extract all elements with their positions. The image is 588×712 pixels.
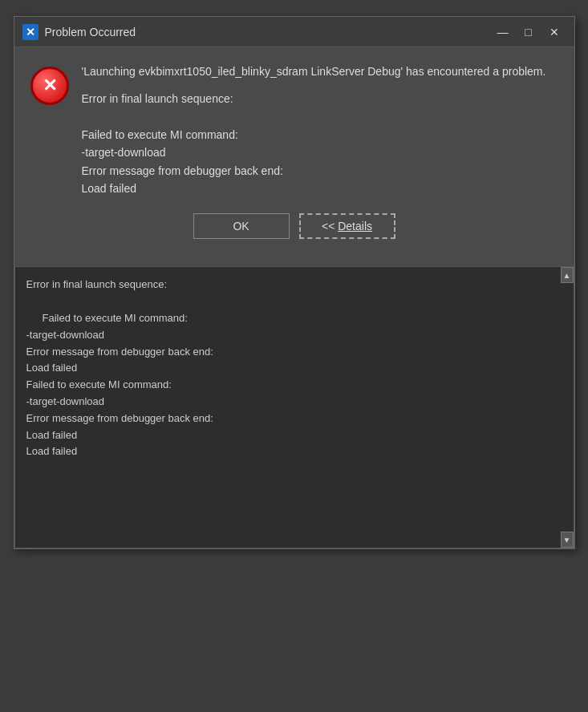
ok-button[interactable]: OK (193, 213, 290, 239)
details-line-2 (26, 293, 562, 310)
message-area: 'Launching evkbimxrt1050_iled_blinky_sdr… (30, 63, 558, 197)
error-detail-4: Load failed (82, 182, 137, 195)
details-line-8: -target-download (26, 394, 562, 411)
error-detail: Error in final launch sequence: Failed t… (82, 90, 558, 197)
details-line-11: Load failed (26, 443, 562, 460)
details-label: Details (338, 220, 372, 233)
details-line-9: Error message from debugger back end: (26, 411, 562, 427)
dialog-window: ✕ Problem Occurred — □ ✕ 'Launching evkb… (14, 16, 575, 549)
svg-text:✕: ✕ (26, 26, 35, 38)
error-icon-circle (30, 67, 69, 105)
details-line-3: Failed to execute MI command: (26, 310, 562, 327)
window-controls: — □ ✕ (491, 22, 566, 42)
title-bar: ✕ Problem Occurred — □ ✕ (14, 17, 574, 47)
dialog-body: 'Launching evkbimxrt1050_iled_blinky_sdr… (14, 47, 574, 258)
error-detail-2: -target-download (82, 146, 166, 159)
message-text: 'Launching evkbimxrt1050_iled_blinky_sdr… (82, 63, 558, 197)
details-line-5: Error message from debugger back end: (26, 344, 562, 361)
details-line-1: Error in final launch sequence: (26, 277, 562, 293)
details-button[interactable]: << Details (299, 213, 395, 239)
close-button[interactable]: ✕ (542, 22, 566, 42)
scroll-up-button[interactable]: ▲ (561, 267, 574, 283)
details-line-4: -target-download (26, 327, 562, 344)
app-icon: ✕ (22, 24, 39, 40)
error-detail-1: Failed to execute MI command: (82, 128, 238, 141)
scroll-down-button[interactable]: ▼ (561, 532, 574, 548)
details-line-7: Failed to execute MI command: (26, 377, 562, 394)
details-content[interactable]: Error in final launch sequence: Failed t… (15, 267, 574, 548)
error-icon (30, 67, 69, 105)
minimize-button[interactable]: — (491, 22, 515, 42)
details-line-10: Load failed (26, 427, 562, 444)
details-panel: Error in final launch sequence: Failed t… (14, 266, 574, 548)
maximize-button[interactable]: □ (517, 22, 541, 42)
main-message: 'Launching evkbimxrt1050_iled_blinky_sdr… (82, 63, 558, 80)
error-sequence-label: Error in final launch sequence: (82, 92, 233, 105)
button-row: OK << Details (30, 213, 558, 239)
error-detail-3: Error message from debugger back end: (82, 164, 283, 177)
details-line-6: Load failed (26, 360, 562, 377)
window-title: Problem Occurred (45, 26, 491, 38)
